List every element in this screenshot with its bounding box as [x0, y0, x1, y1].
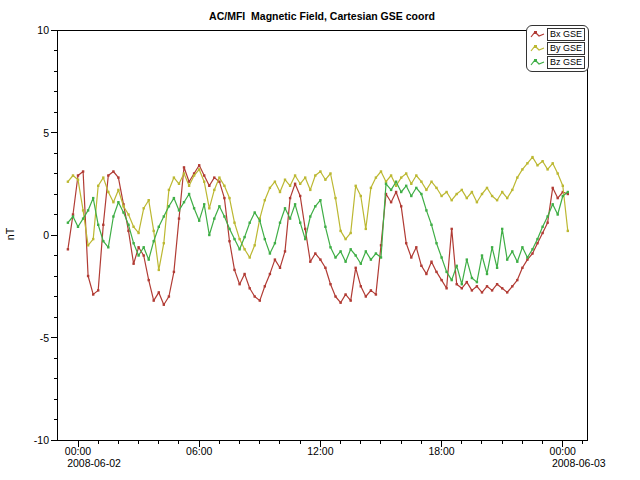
legend-label-by: By GSE	[547, 42, 585, 55]
legend-entry-bx[interactable]: Bx GSE	[530, 28, 585, 41]
legend-label-bz: Bz GSE	[547, 56, 585, 69]
svg-text:06:00: 06:00	[186, 445, 212, 457]
x-axis-ticks: 00:002008-06-0206:0012:0018:0000:002008-…	[65, 440, 606, 469]
bz-series-swatch-icon	[530, 58, 545, 67]
svg-text:00:00: 00:00	[550, 445, 576, 457]
legend-entry-by[interactable]: By GSE	[530, 42, 585, 55]
bx-series-swatch-icon	[530, 30, 545, 39]
legend: Bx GSE By GSE Bz GSE	[526, 25, 589, 72]
svg-text:-5: -5	[40, 332, 49, 344]
svg-text:2008-06-02: 2008-06-02	[67, 457, 121, 469]
y-axis-label: nT	[4, 228, 16, 240]
svg-text:2008-06-03: 2008-06-03	[552, 457, 606, 469]
svg-text:18:00: 18:00	[428, 445, 454, 457]
series-bx-gse	[67, 164, 569, 306]
legend-label-bx: Bx GSE	[547, 28, 585, 41]
y-axis-ticks: 1050-5-10	[34, 24, 57, 446]
chart-title: AC/MFI Magnetic Field, Cartesian GSE coo…	[57, 10, 587, 22]
svg-text:0: 0	[43, 229, 49, 241]
chart-canvas: 1050-5-1000:002008-06-0206:0012:0018:000…	[0, 0, 640, 480]
axes-frame	[57, 30, 587, 440]
plot-area[interactable]: 1050-5-1000:002008-06-0206:0012:0018:000…	[0, 0, 640, 480]
svg-text:-10: -10	[34, 434, 49, 446]
legend-entry-bz[interactable]: Bz GSE	[530, 56, 585, 69]
svg-text:10: 10	[37, 24, 49, 36]
svg-text:5: 5	[43, 127, 49, 139]
svg-text:00:00: 00:00	[65, 445, 91, 457]
series-bz-gse	[67, 181, 569, 286]
by-series-swatch-icon	[530, 44, 545, 53]
svg-text:12:00: 12:00	[307, 445, 333, 457]
